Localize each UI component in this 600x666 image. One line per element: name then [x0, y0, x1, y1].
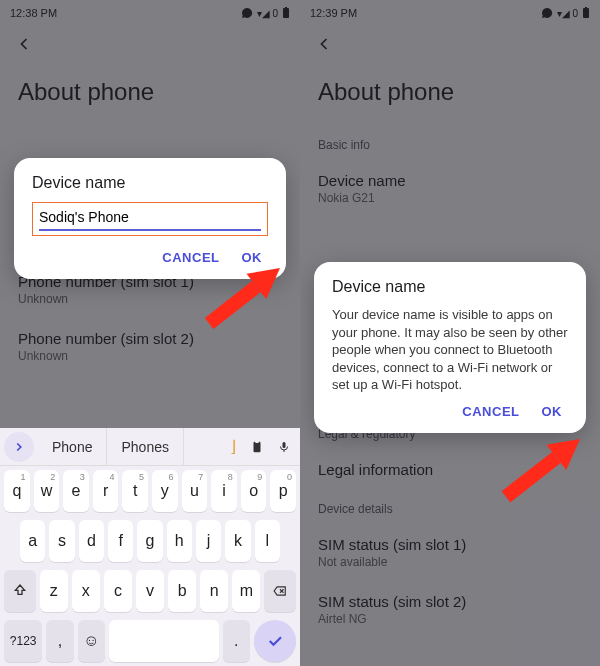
suggestion-1[interactable]: Phone	[38, 428, 107, 465]
suggestion-2[interactable]: Phones	[107, 428, 183, 465]
ok-button[interactable]: OK	[542, 404, 563, 419]
key-m[interactable]: m	[232, 570, 260, 612]
battery-icon	[282, 7, 290, 19]
svg-rect-5	[583, 8, 589, 18]
key-a[interactable]: a	[20, 520, 45, 562]
key-f[interactable]: f	[108, 520, 133, 562]
ok-button[interactable]: OK	[242, 250, 263, 265]
clipboard-icon[interactable]	[250, 439, 264, 455]
back-icon[interactable]	[314, 34, 586, 54]
dialog-title: Device name	[332, 278, 568, 296]
key-q[interactable]: q1	[4, 470, 30, 512]
emoji-key[interactable]: ☺	[78, 620, 105, 662]
svg-rect-1	[285, 7, 287, 8]
shift-key[interactable]	[4, 570, 36, 612]
key-y[interactable]: y6	[152, 470, 178, 512]
whatsapp-icon	[541, 7, 553, 19]
period-key[interactable]: .	[223, 620, 250, 662]
key-k[interactable]: k	[225, 520, 250, 562]
dialog-body: Your device name is visible to apps on y…	[332, 306, 568, 394]
page-title: About phone	[300, 58, 600, 130]
key-z[interactable]: z	[40, 570, 68, 612]
page-title: About phone	[0, 58, 300, 130]
back-row	[300, 26, 600, 58]
status-time: 12:39 PM	[310, 7, 357, 19]
svg-rect-6	[585, 7, 587, 8]
cancel-button[interactable]: CANCEL	[162, 250, 219, 265]
list-item-sim-status-2[interactable]: SIM status (sim slot 2) Airtel NG	[318, 583, 582, 640]
signal-icon: ▾◢ 0	[557, 8, 578, 19]
key-l[interactable]: l	[255, 520, 280, 562]
key-e[interactable]: e3	[63, 470, 89, 512]
status-bar: 12:39 PM ▾◢ 0	[300, 0, 600, 26]
key-b[interactable]: b	[168, 570, 196, 612]
svg-rect-4	[283, 442, 286, 448]
device-name-input[interactable]	[39, 207, 261, 231]
status-time: 12:38 PM	[10, 7, 57, 19]
mic-icon[interactable]	[278, 439, 290, 455]
backspace-key[interactable]	[264, 570, 296, 612]
key-u[interactable]: u7	[182, 470, 208, 512]
section-basic-info: Basic info	[318, 138, 582, 152]
key-c[interactable]: c	[104, 570, 132, 612]
key-j[interactable]: j	[196, 520, 221, 562]
battery-icon	[582, 7, 590, 19]
back-row	[0, 26, 300, 58]
section-device-details: Device details	[318, 502, 582, 516]
suggestion-row: Phone Phones ⌋	[0, 428, 300, 466]
key-p[interactable]: p0	[270, 470, 296, 512]
svg-rect-0	[283, 8, 289, 18]
key-h[interactable]: h	[167, 520, 192, 562]
list-item-sim2[interactable]: Phone number (sim slot 2) Unknown	[18, 320, 282, 377]
key-x[interactable]: x	[72, 570, 100, 612]
svg-rect-3	[255, 440, 259, 442]
key-n[interactable]: n	[200, 570, 228, 612]
device-name-info-dialog: Device name Your device name is visible …	[314, 262, 586, 433]
key-g[interactable]: g	[137, 520, 162, 562]
screen-left: 12:38 PM ▾◢ 0 About phone User Experienc…	[0, 0, 300, 666]
symbols-key[interactable]: ?123	[4, 620, 42, 662]
screen-right: 12:39 PM ▾◢ 0 About phone Basic info Dev…	[300, 0, 600, 666]
keyboard[interactable]: Phone Phones ⌋ q1w2e3r4t5y6u7i8o9p0 asdf…	[0, 428, 300, 666]
key-i[interactable]: i8	[211, 470, 237, 512]
list-item-sim-status-1[interactable]: SIM status (sim slot 1) Not available	[318, 526, 582, 583]
chevron-right-icon[interactable]	[4, 432, 34, 462]
svg-rect-2	[254, 441, 261, 452]
list-item-legal-info[interactable]: Legal information	[318, 451, 582, 494]
sticker-icon[interactable]: ⌋	[230, 437, 236, 456]
cancel-button[interactable]: CANCEL	[462, 404, 519, 419]
back-icon[interactable]	[14, 34, 286, 54]
signal-icon: ▾◢ 0	[257, 8, 278, 19]
key-d[interactable]: d	[79, 520, 104, 562]
key-t[interactable]: t5	[122, 470, 148, 512]
key-s[interactable]: s	[49, 520, 74, 562]
list-item-device-name[interactable]: Device name Nokia G21	[318, 162, 582, 219]
key-w[interactable]: w2	[34, 470, 60, 512]
device-name-dialog: Device name CANCEL OK	[14, 158, 286, 279]
space-key[interactable]	[109, 620, 219, 662]
dialog-title: Device name	[32, 174, 268, 192]
enter-key[interactable]	[254, 620, 296, 662]
key-o[interactable]: o9	[241, 470, 267, 512]
key-r[interactable]: r4	[93, 470, 119, 512]
whatsapp-icon	[241, 7, 253, 19]
dialog-input-wrap	[32, 202, 268, 236]
status-bar: 12:38 PM ▾◢ 0	[0, 0, 300, 26]
comma-key[interactable]: ,	[46, 620, 73, 662]
key-v[interactable]: v	[136, 570, 164, 612]
